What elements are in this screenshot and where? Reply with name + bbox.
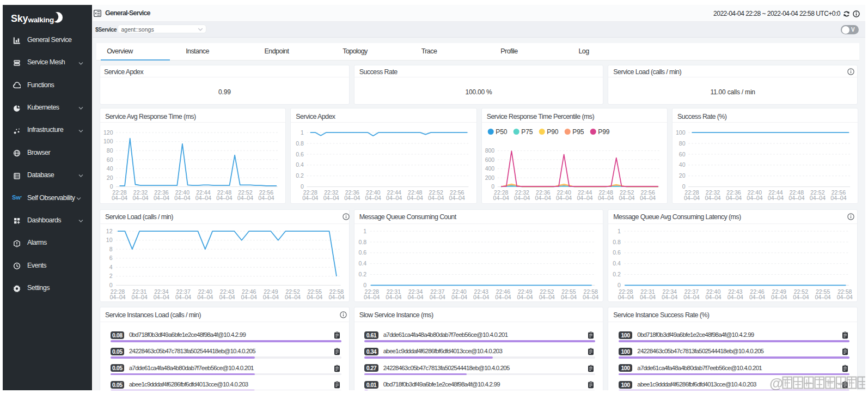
svg-text:0: 0 [618,282,621,288]
svg-text:04–04: 04–04 [810,195,826,201]
svg-text:04–04: 04–04 [386,294,401,300]
svg-text:04–04: 04–04 [493,195,509,201]
svg-text:1: 1 [363,228,366,234]
svg-text:04–04: 04–04 [365,195,381,201]
svg-text:04–04: 04–04 [428,195,444,201]
svg-text:04–04: 04–04 [640,294,656,300]
svg-text:04–04: 04–04 [285,294,301,300]
svg-text:10: 10 [106,237,113,243]
svg-text:0.4: 0.4 [359,260,367,267]
svg-text:04–04: 04–04 [175,294,191,300]
svg-text:04–04: 04–04 [640,195,656,201]
svg-text:04–04: 04–04 [132,294,148,300]
svg-text:04–04: 04–04 [556,195,572,201]
svg-text:400: 400 [485,165,495,172]
svg-text:04–04: 04–04 [705,294,721,300]
svg-text:04–04: 04–04 [830,195,846,201]
svg-text:04–04: 04–04 [539,294,555,300]
svg-text:04–04: 04–04 [407,294,423,300]
svg-text:04–04: 04–04 [112,195,127,201]
svg-text:0: 0 [109,282,113,288]
svg-text:04–04: 04–04 [726,195,742,201]
svg-text:P99: P99 [598,128,610,136]
svg-text:20: 20 [107,174,113,181]
svg-text:P95: P95 [572,128,584,136]
svg-text:12: 12 [106,228,113,234]
svg-text:04–04: 04–04 [323,195,339,201]
svg-text:100: 100 [103,138,113,144]
svg-text:200: 200 [485,174,495,181]
svg-text:80: 80 [679,140,686,147]
svg-text:0.6: 0.6 [359,249,367,256]
svg-text:0.2: 0.2 [359,271,367,277]
svg-text:04–04: 04–04 [771,294,787,300]
svg-text:1: 1 [301,129,304,136]
svg-text:@: @ [769,375,783,391]
svg-text:4: 4 [109,264,113,270]
svg-text:04–04: 04–04 [788,195,804,201]
svg-text:04–04: 04–04 [258,195,274,201]
svg-text:2: 2 [109,273,113,279]
svg-text:0.6: 0.6 [296,151,304,158]
svg-text:120: 120 [103,129,113,136]
svg-text:04–04: 04–04 [328,294,344,300]
svg-text:20: 20 [679,172,686,179]
svg-text:04–04: 04–04 [583,294,598,300]
svg-text:04–04: 04–04 [195,195,211,201]
svg-text:04–04: 04–04 [749,294,765,300]
svg-text:P75: P75 [521,128,533,136]
svg-text:04–04: 04–04 [219,294,235,300]
svg-text:04–04: 04–04 [364,294,380,300]
svg-text:100: 100 [676,129,686,136]
svg-text:04–04: 04–04 [174,195,190,201]
svg-text:04–04: 04–04 [132,195,148,201]
svg-text:40: 40 [679,161,686,168]
svg-text:04–04: 04–04 [514,195,530,201]
svg-text:40: 40 [107,165,113,172]
svg-text:0.4: 0.4 [296,161,304,168]
svg-text:04–04: 04–04 [407,195,423,201]
svg-text:04–04: 04–04 [154,294,169,300]
svg-text:04–04: 04–04 [535,195,551,201]
svg-text:0.8: 0.8 [613,239,621,245]
svg-text:04–04: 04–04 [768,195,784,201]
svg-text:04–04: 04–04 [241,294,257,300]
svg-text:60: 60 [679,151,686,158]
svg-text:04–04: 04–04 [837,294,853,300]
svg-text:04–04: 04–04 [561,294,577,300]
svg-text:04–04: 04–04 [705,195,720,201]
svg-text:60: 60 [107,156,113,163]
svg-text:80: 80 [107,147,113,154]
svg-text:04–04: 04–04 [747,195,762,201]
svg-text:1: 1 [618,228,621,234]
svg-text:04–04: 04–04 [430,294,445,300]
svg-text:04–04: 04–04 [684,195,700,201]
svg-text:04–04: 04–04 [216,195,232,201]
svg-text:0.4: 0.4 [613,260,621,267]
svg-text:0.6: 0.6 [613,249,621,256]
svg-text:04–04: 04–04 [598,195,614,201]
svg-text:04–04: 04–04 [619,195,634,201]
svg-text:P50: P50 [496,128,508,136]
svg-text:0.8: 0.8 [359,239,367,245]
svg-text:04–04: 04–04 [577,195,592,201]
svg-text:04–04: 04–04 [197,294,213,300]
svg-text:04–04: 04–04 [495,294,511,300]
svg-text:04–04: 04–04 [662,294,677,300]
svg-text:04–04: 04–04 [237,195,253,201]
svg-text:04–04: 04–04 [815,294,830,300]
svg-text:04–04: 04–04 [344,195,360,201]
svg-text:P90: P90 [547,128,559,136]
svg-text:04–04: 04–04 [307,294,322,300]
svg-text:8: 8 [109,246,113,252]
svg-text:0: 0 [363,282,366,288]
svg-text:800: 800 [485,147,495,154]
svg-text:04–04: 04–04 [263,294,279,300]
svg-text:04–04: 04–04 [793,294,809,300]
svg-text:0.8: 0.8 [296,140,304,147]
svg-text:0.2: 0.2 [296,172,304,179]
svg-text:04–04: 04–04 [449,195,465,201]
svg-text:04–04: 04–04 [386,195,402,201]
svg-text:04–04: 04–04 [109,294,125,300]
svg-text:04–04: 04–04 [451,294,467,300]
